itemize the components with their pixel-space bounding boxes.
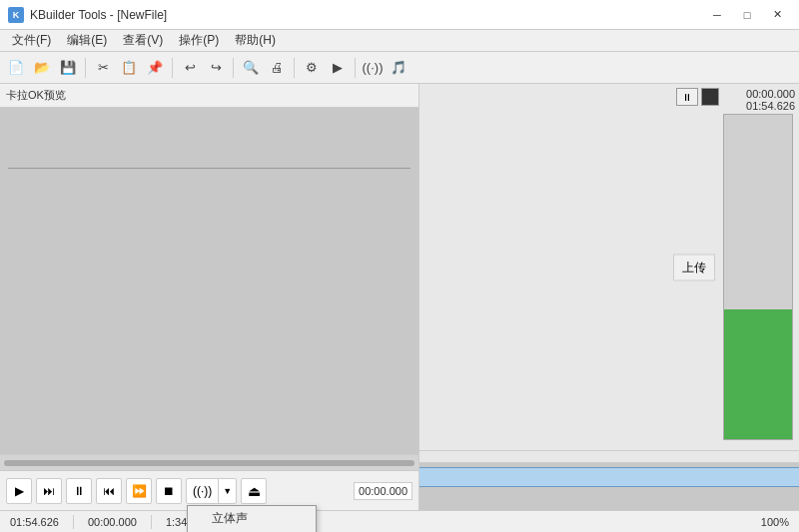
minimize-button[interactable]: ─ bbox=[703, 5, 731, 25]
tb-sep2 bbox=[172, 58, 173, 78]
status-sep2 bbox=[151, 515, 152, 529]
eq-button-group[interactable]: ((·)) ▼ 立体声 ● 左声道 右声道 空间 bbox=[186, 478, 237, 504]
forward-button[interactable]: ⏩ bbox=[126, 478, 152, 504]
menu-help[interactable]: 帮助(H) bbox=[227, 30, 284, 51]
right-top-area: 00:00.000 01:54.626 ⏸ 上传 bbox=[419, 84, 799, 450]
app-icon: K bbox=[8, 7, 24, 23]
tb-redo[interactable]: ↪ bbox=[204, 56, 228, 80]
tb-new[interactable]: 📄 bbox=[4, 56, 28, 80]
right-panel: 00:00.000 01:54.626 ⏸ 上传 bbox=[419, 84, 799, 510]
title-bar: K KBuilder Tools - [NewFile] ─ □ ✕ bbox=[0, 0, 799, 30]
window-title: KBuilder Tools - [NewFile] bbox=[30, 8, 167, 22]
volume-fill bbox=[724, 309, 792, 439]
tb-search[interactable]: 🔍 bbox=[239, 56, 263, 80]
ctx-stereo[interactable]: 立体声 bbox=[188, 506, 316, 531]
toolbar: 📄 📂 💾 ✂ 📋 📌 ↩ ↪ 🔍 🖨 ⚙ ▶ ((·)) 🎵 bbox=[0, 52, 799, 84]
preview-area bbox=[0, 108, 418, 454]
status-zoom: 100% bbox=[757, 516, 793, 528]
status-bar: 01:54.626 00:00.000 1:34 数词韵本调法正确! 100% bbox=[0, 510, 799, 532]
tb-extra1[interactable]: ((·)) bbox=[361, 56, 385, 80]
status-time2: 00:00.000 bbox=[84, 516, 141, 528]
transport-bar: ▶ ⏭ ⏸ ⏮ ⏩ ⏹ ((·)) ▼ 立体声 ● 左声道 bbox=[0, 470, 418, 510]
time-bottom: 01:54.626 bbox=[746, 100, 795, 112]
tb-print[interactable]: 🖨 bbox=[265, 56, 289, 80]
status-sep1 bbox=[73, 515, 74, 529]
tb-copy[interactable]: 📋 bbox=[117, 56, 141, 80]
time-top: 00:00.000 bbox=[746, 88, 795, 100]
next-button[interactable]: ⏭ bbox=[36, 478, 62, 504]
tb-settings[interactable]: ⚙ bbox=[300, 56, 324, 80]
right-stop-button[interactable] bbox=[701, 88, 719, 106]
menu-file[interactable]: 文件(F) bbox=[4, 30, 59, 51]
menu-edit[interactable]: 编辑(E) bbox=[59, 30, 115, 51]
rewind-button[interactable]: ⏮ bbox=[96, 478, 122, 504]
tb-sep5 bbox=[355, 58, 356, 78]
window-controls: ─ □ ✕ bbox=[703, 5, 791, 25]
play-button[interactable]: ▶ bbox=[6, 478, 32, 504]
stop-button[interactable]: ⏹ bbox=[156, 478, 182, 504]
tb-undo[interactable]: ↩ bbox=[178, 56, 202, 80]
track-line bbox=[8, 168, 410, 169]
close-button[interactable]: ✕ bbox=[763, 5, 791, 25]
upload-button[interactable]: 上传 bbox=[673, 254, 715, 280]
preview-label: 卡拉OK预览 bbox=[0, 84, 418, 108]
eq-main-button[interactable]: ((·)) bbox=[187, 479, 219, 503]
menu-bar: 文件(F) 编辑(E) 查看(V) 操作(P) 帮助(H) bbox=[0, 30, 799, 52]
maximize-button[interactable]: □ bbox=[733, 5, 761, 25]
transport-time: 00:00.000 bbox=[354, 482, 412, 500]
tb-play[interactable]: ▶ bbox=[326, 56, 350, 80]
menu-view[interactable]: 查看(V) bbox=[115, 30, 171, 51]
right-pause-button[interactable]: ⏸ bbox=[676, 88, 698, 106]
tb-sep1 bbox=[85, 58, 86, 78]
progress-bar bbox=[4, 460, 414, 466]
left-panel: 卡拉OK预览 ▶ ⏭ ⏸ ⏮ ⏩ ⏹ ((·)) ▼ 立体声 bbox=[0, 84, 419, 510]
eject-button[interactable]: ⏏ bbox=[241, 478, 267, 504]
menu-operation[interactable]: 操作(P) bbox=[171, 30, 227, 51]
main-area: 卡拉OK预览 ▶ ⏭ ⏸ ⏮ ⏩ ⏹ ((·)) ▼ 立体声 bbox=[0, 84, 799, 510]
tb-save[interactable]: 💾 bbox=[56, 56, 80, 80]
progress-area[interactable] bbox=[0, 454, 418, 470]
status-time1: 01:54.626 bbox=[6, 516, 63, 528]
tb-extra2[interactable]: 🎵 bbox=[387, 56, 410, 80]
tb-open[interactable]: 📂 bbox=[30, 56, 54, 80]
ctx-stereo-label: 立体声 bbox=[212, 511, 248, 525]
tb-sep4 bbox=[294, 58, 295, 78]
context-menu: 立体声 ● 左声道 右声道 空间效果 均衡器 bbox=[187, 505, 317, 533]
tb-paste[interactable]: 📌 bbox=[143, 56, 167, 80]
tb-cut[interactable]: ✂ bbox=[91, 56, 115, 80]
eq-arrow-button[interactable]: ▼ bbox=[219, 479, 236, 503]
pause-button[interactable]: ⏸ bbox=[66, 478, 92, 504]
tb-sep3 bbox=[233, 58, 234, 78]
timeline-area bbox=[419, 450, 799, 510]
